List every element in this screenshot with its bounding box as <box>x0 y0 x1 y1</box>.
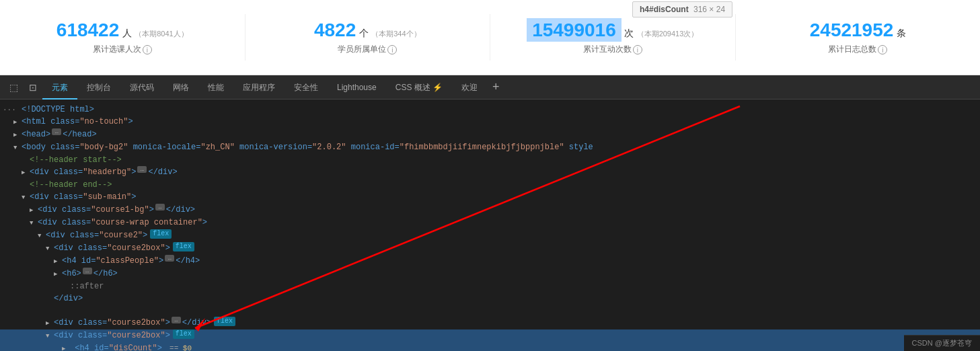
code-line-blank <box>0 305 980 317</box>
code-line-doctype[interactable]: <!DOCTYPE html> <box>0 104 980 116</box>
stats-bar: 618422 人 （本期8041人） 累计选课人次i 4822 个 （本期344… <box>0 0 980 75</box>
tooltip-element-name: h4#disCount <box>640 5 689 14</box>
code-line-course2box2[interactable]: <div class="course2box"> … </div> flex <box>0 317 980 329</box>
code-close-c2b1: </div> <box>54 292 83 305</box>
devtools-icon-cursor[interactable]: ⊡ <box>24 82 42 93</box>
code-comment-end: <!--header end--> <box>30 179 112 191</box>
tab-security[interactable]: 安全性 <box>285 75 328 100</box>
stat-item-logs: 24521952 条 累计日志总数i <box>736 14 981 61</box>
stat-label-interactions: 累计互动次数i <box>504 44 722 55</box>
triangle-headerbg[interactable] <box>22 166 30 179</box>
stat-item-units: 4822 个 （本期344个） 学员所属单位i <box>246 14 491 61</box>
code-course2box3: <div class="course2box"> <box>54 329 170 342</box>
code-head: <head> <box>22 128 50 141</box>
classpeople-ellipsis: … <box>165 255 174 262</box>
c2b2-ellipsis: … <box>172 317 181 323</box>
triangle-course2[interactable] <box>38 229 46 242</box>
code-line-comment-start[interactable]: <!--header start--> <box>0 154 980 166</box>
tab-sources[interactable]: 源代码 <box>120 75 163 100</box>
stat-label-students: 累计选课人次i <box>13 44 231 55</box>
credit-text: CSDN @逐梦苍穹 <box>912 339 972 347</box>
triangle-course2box2[interactable] <box>46 317 54 329</box>
info-icon-students[interactable]: i <box>143 45 152 54</box>
code-classpeople: <h4 id="classPeople"> <box>62 255 163 267</box>
code-h6-close: </h6> <box>93 268 118 280</box>
code-line-coursewrap[interactable]: <div class="course-wrap container"> <box>0 217 980 229</box>
flex-badge-course2box3: flex <box>173 329 194 339</box>
code-submain: <div class="sub-main"> <box>30 191 136 203</box>
code-line-course1bg[interactable]: <div class="course1-bg"> … </div> <box>0 204 980 217</box>
tab-network[interactable]: 网络 <box>163 75 198 100</box>
tab-performance[interactable]: 性能 <box>198 75 233 100</box>
devtools-icon-inspect[interactable]: ⬚ <box>4 82 24 93</box>
element-tooltip: h4#disCount 316 × 24 <box>632 1 732 17</box>
code-headerbg-close: </div> <box>148 166 177 178</box>
code-line-headerbg[interactable]: <div class="headerbg"> … </div> <box>0 166 980 179</box>
stat-number-interactions: 15499016 次 （本期209413次） <box>504 20 722 41</box>
code-coursewrap: <div class="course-wrap container"> <box>38 217 207 229</box>
triangle-html[interactable] <box>13 116 22 128</box>
code-line-course2[interactable]: <div class="course2"> flex <box>0 229 980 242</box>
stat-number-students: 618422 人 （本期8041人） <box>13 20 231 41</box>
triangle-course2box1[interactable] <box>46 242 54 255</box>
code-course1bg: <div class="course1-bg"> <box>38 204 154 216</box>
code-line-discount[interactable]: <h4 id="disCount"> == $0 <box>0 342 980 351</box>
code-line-comment-end[interactable]: <!--header end--> <box>0 179 980 191</box>
code-discount-line: <h4 id="disCount"> == $0 <box>62 342 192 351</box>
code-line-course2box3[interactable]: <div class="course2box"> flex <box>0 329 980 342</box>
code-discount-tag: <h4 id="disCount"> <box>75 344 162 351</box>
tab-lighthouse[interactable]: Lighthouse <box>328 75 386 100</box>
stat-label-units: 学员所属单位i <box>259 44 477 55</box>
triangle-submain[interactable] <box>22 191 30 204</box>
dollar-badge: $0 <box>183 342 192 351</box>
headerbg-ellipsis: … <box>137 166 147 173</box>
info-icon-interactions[interactable]: i <box>633 45 642 54</box>
triangle-discount-inner[interactable] <box>62 342 70 351</box>
stat-number-logs: 24521952 条 <box>749 20 967 41</box>
code-body-open: <body class="body-bg2" monica-locale="zh… <box>22 141 593 153</box>
code-classpeople-close: </h4> <box>176 255 200 267</box>
code-line-classpeople[interactable]: <h4 id="classPeople"> … </h4> <box>0 255 980 268</box>
triangle-course2box3[interactable] <box>46 329 54 342</box>
code-line-submain[interactable]: <div class="sub-main"> <box>0 191 980 204</box>
code-line-after[interactable]: ::after <box>0 280 980 292</box>
triangle-classpeople[interactable] <box>54 255 62 268</box>
code-course2box1: <div class="course2box"> <box>54 242 170 254</box>
code-after: ::after <box>70 280 104 292</box>
stat-item-students: 618422 人 （本期8041人） 累计选课人次i <box>0 14 246 61</box>
code-course1bg-close: </div> <box>166 204 195 216</box>
code-comment-start: <!--header start--> <box>30 154 122 166</box>
code-head-close: </head> <box>63 128 96 141</box>
tab-welcome[interactable]: 欢迎 <box>452 75 487 100</box>
stat-number-units: 4822 个 （本期344个） <box>259 20 477 41</box>
code-headerbg: <div class="headerbg"> <box>30 166 136 178</box>
triangle-head[interactable] <box>13 128 22 141</box>
code-line-html[interactable]: <html class="no-touch"> <box>0 116 980 128</box>
code-line-h6[interactable]: <h6> … </h6> <box>0 268 980 280</box>
bottom-bar: CSDN @逐梦苍穹 <box>904 335 980 351</box>
triangle-body[interactable] <box>13 141 22 154</box>
tab-application[interactable]: 应用程序 <box>233 75 285 100</box>
tab-add-button[interactable]: + <box>487 80 505 94</box>
course1bg-ellipsis: … <box>155 204 165 210</box>
tab-console[interactable]: 控制台 <box>77 75 120 100</box>
code-course2: <div class="course2"> <box>46 229 147 241</box>
code-h6: <h6> <box>62 268 81 280</box>
tab-css-overview[interactable]: CSS 概述 ⚡ <box>386 75 452 100</box>
info-icon-units[interactable]: i <box>387 45 397 54</box>
tab-elements[interactable]: 元素 <box>42 75 77 100</box>
code-line-course2box1[interactable]: <div class="course2box"> flex <box>0 242 980 255</box>
code-line-body[interactable]: <body class="body-bg2" monica-locale="zh… <box>0 141 980 154</box>
triangle-coursewrap[interactable] <box>30 217 38 229</box>
code-panel: ··· <!DOCTYPE html> <html class="no-touc… <box>0 100 980 351</box>
devtools-tabs-bar: ⬚ ⊡ 元素 控制台 源代码 网络 性能 应用程序 安全性 Lighthouse… <box>0 75 980 100</box>
triangle-h6[interactable] <box>54 268 62 280</box>
flex-badge-course2box2: flex <box>214 317 235 326</box>
code-line-close-course2box1[interactable]: </div> <box>0 292 980 305</box>
flex-badge-course2: flex <box>150 229 172 239</box>
eq-badge: == $0 <box>169 342 192 351</box>
code-line-head[interactable]: <head> … </head> <box>0 128 980 141</box>
info-icon-logs[interactable]: i <box>878 45 887 54</box>
dots-indicator: ··· <box>3 104 16 116</box>
triangle-course1bg[interactable] <box>30 204 38 217</box>
